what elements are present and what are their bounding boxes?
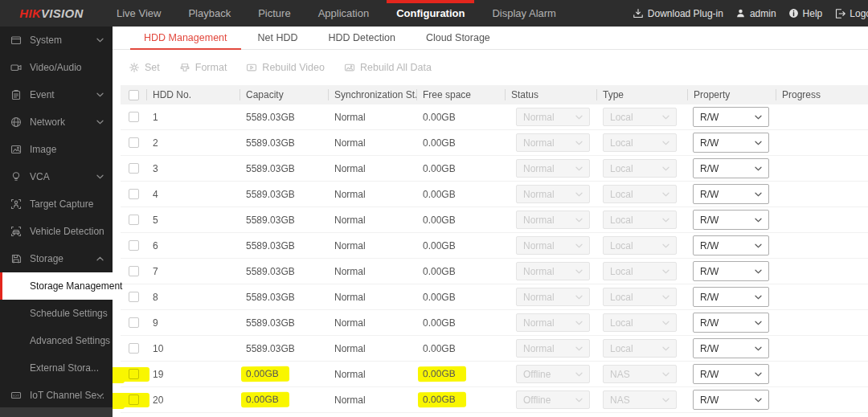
type-cell: Local: [596, 262, 687, 280]
free-space-cell: 0.00GB: [416, 392, 505, 407]
property-cell: R/W: [687, 184, 776, 204]
sidebar-item-event[interactable]: Event: [0, 81, 113, 108]
sidebar-item-vehicle-detection[interactable]: Vehicle Detection: [0, 218, 113, 245]
status-dropdown: Normal: [516, 288, 590, 306]
chevron-down-icon: [755, 372, 762, 377]
row-checkbox[interactable]: [129, 137, 139, 148]
row-checkbox[interactable]: [129, 317, 139, 328]
free-space-cell: 0.00GB: [416, 137, 505, 149]
property-dropdown[interactable]: R/W: [693, 235, 769, 256]
table-row-hdd-2: 25589.03GBNormal0.00GBNormalLocalR/W: [121, 130, 868, 156]
property-dropdown[interactable]: R/W: [693, 158, 769, 178]
property-dropdown[interactable]: R/W: [693, 107, 769, 127]
nav-item-playback[interactable]: Playback: [174, 0, 244, 27]
type-cell: Local: [596, 313, 687, 332]
property-dropdown[interactable]: R/W: [693, 184, 769, 204]
row-checkbox[interactable]: [129, 240, 139, 251]
tab-hdd-management[interactable]: HDD Management: [129, 27, 243, 49]
chevron-down-icon: [575, 243, 583, 248]
property-value: R/W: [700, 266, 719, 277]
logout-icon: [834, 8, 845, 19]
property-cell: R/W: [687, 210, 776, 230]
chevron-up-icon: [96, 256, 104, 261]
type-dropdown: Local: [603, 133, 677, 152]
sync-status-cell-value: Normal: [334, 369, 366, 380]
sidebar-item-label: Video/Audio: [30, 62, 82, 73]
property-cell: R/W: [687, 261, 776, 281]
sync-status-cell-value: Normal: [334, 189, 366, 200]
topbar-action-help[interactable]: Help: [788, 8, 823, 19]
sidebar-item-target-capture[interactable]: Target Capture: [0, 190, 113, 218]
type-cell: NAS: [596, 390, 687, 409]
type-cell: Local: [596, 159, 687, 178]
nav-item-live-view[interactable]: Live View: [103, 0, 174, 27]
chevron-down-icon: [755, 141, 762, 145]
property-dropdown[interactable]: R/W: [693, 261, 769, 281]
sidebar-item-image[interactable]: Image: [0, 136, 113, 163]
tab-hdd-detection[interactable]: HDD Detection: [313, 27, 411, 49]
nav-item-application[interactable]: Application: [305, 0, 383, 27]
hdd-no-cell-value: 8: [153, 292, 158, 303]
row-checkbox[interactable]: [129, 292, 139, 302]
row-checkbox[interactable]: [129, 189, 139, 199]
sidebar-item-video-audio[interactable]: Video/Audio: [0, 54, 113, 81]
sidebar-item-schedule-settings[interactable]: Schedule Settings: [0, 300, 113, 327]
chevron-down-icon: [662, 115, 669, 120]
property-dropdown[interactable]: R/W: [693, 133, 769, 153]
property-dropdown[interactable]: R/W: [693, 287, 769, 307]
property-dropdown[interactable]: R/W: [693, 338, 769, 358]
logo-part-red: HIK: [19, 6, 41, 20]
capacity-cell-value: 5589.03GB: [246, 317, 295, 329]
highlighter-mark: [108, 367, 149, 382]
chevron-down-icon: [662, 269, 669, 274]
topbar-action-download-plug-in[interactable]: Download Plug-in: [633, 8, 723, 19]
sidebar-item-storage-management[interactable]: Storage Management: [0, 272, 113, 300]
sidebar-item-system[interactable]: System: [0, 27, 113, 54]
chevron-down-icon: [662, 346, 669, 351]
row-checkbox[interactable]: [129, 343, 139, 354]
property-dropdown[interactable]: R/W: [693, 364, 769, 384]
sync-status-cell-value: Normal: [334, 215, 366, 226]
row-checkbox[interactable]: [129, 163, 139, 174]
nav-item-picture[interactable]: Picture: [244, 0, 304, 27]
sidebar-item-vca[interactable]: VCA: [0, 163, 113, 190]
nav-item-configuration[interactable]: Configuration: [383, 0, 478, 27]
capacity-cell-value: 5589.03GB: [246, 189, 295, 200]
row-checkbox-cell: [121, 259, 146, 284]
row-checkbox[interactable]: [129, 215, 139, 225]
free-space-cell-value: 0.00GB: [423, 189, 456, 200]
image-icon: [10, 144, 23, 156]
sidebar-item-iot-channel-se[interactable]: IOTIoT Channel Se...: [0, 382, 113, 409]
nav-item-display-alarm[interactable]: Display Alarm: [478, 0, 569, 27]
row-checkbox[interactable]: [129, 266, 139, 276]
tab-net-hdd[interactable]: Net HDD: [243, 27, 313, 49]
table-row-hdd-19: 190.00GBNormal0.00GBOfflineNASR/W: [121, 362, 868, 387]
sidebar-item-label: VCA: [30, 171, 50, 182]
free-space-cell-value: 0.00GB: [423, 163, 456, 174]
property-dropdown[interactable]: R/W: [693, 313, 769, 333]
sidebar-item-network[interactable]: Network: [0, 108, 113, 136]
sidebar-item-external-stora[interactable]: External Stora...: [0, 354, 113, 382]
row-checkbox[interactable]: [129, 112, 139, 122]
topbar-action-logout[interactable]: Logout: [834, 8, 868, 19]
topbar-action-label: Logout: [850, 8, 868, 19]
sidebar-item-storage[interactable]: Storage: [0, 245, 113, 272]
highlighter-mark: [108, 393, 149, 407]
sync-status-cell: Normal: [328, 112, 416, 123]
sync-status-cell-value: Normal: [334, 112, 366, 123]
status-value: Normal: [523, 266, 555, 277]
status-dropdown: Normal: [516, 159, 590, 178]
sidebar-scrollbar[interactable]: [0, 407, 113, 417]
set-icon: [129, 62, 140, 73]
property-dropdown[interactable]: R/W: [693, 210, 769, 230]
select-all-checkbox[interactable]: [129, 90, 139, 100]
topbar-action-admin[interactable]: admin: [735, 8, 776, 19]
hdd-no-cell-value: 3: [153, 163, 158, 174]
column-header-progress: Progress: [776, 85, 868, 104]
property-dropdown[interactable]: R/W: [693, 390, 769, 410]
tab-cloud-storage[interactable]: Cloud Storage: [411, 27, 506, 49]
row-checkbox-cell: [121, 362, 146, 386]
free-space-cell-value: 0.00GB: [423, 266, 456, 277]
row-checkbox-cell: [121, 182, 146, 206]
sidebar-item-advanced-settings[interactable]: Advanced Settings: [0, 327, 113, 354]
